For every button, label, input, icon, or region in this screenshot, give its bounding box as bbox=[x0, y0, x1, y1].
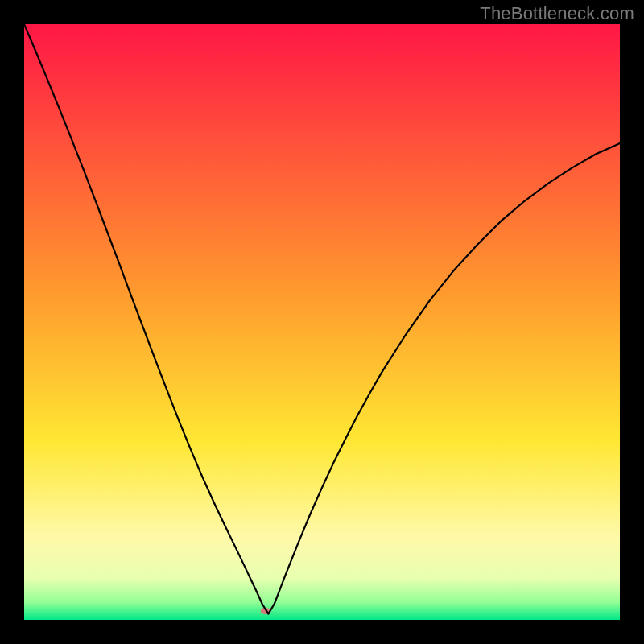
watermark-text: TheBottleneck.com bbox=[480, 3, 634, 24]
chart-plot-area bbox=[24, 24, 620, 620]
chart-background-gradient bbox=[24, 24, 620, 620]
chart-svg bbox=[24, 24, 620, 620]
chart-frame: TheBottleneck.com bbox=[0, 0, 644, 644]
